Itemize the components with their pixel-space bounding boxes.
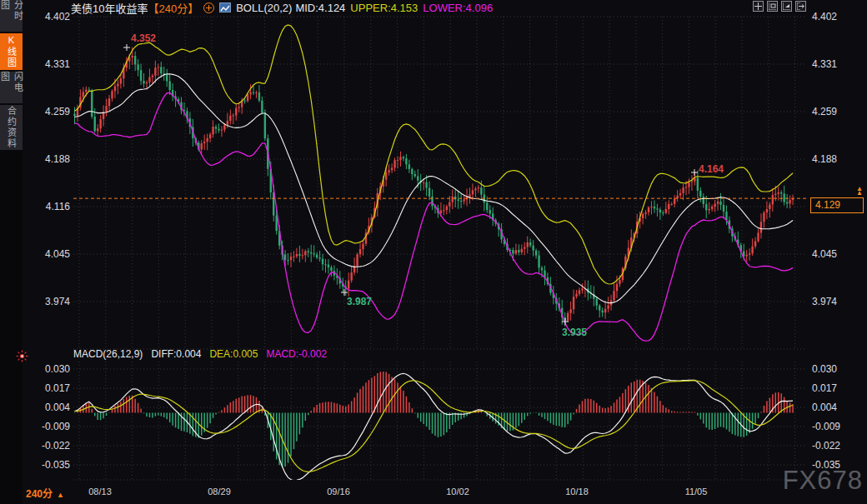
boll-label: BOLL(20,2) <box>236 2 292 14</box>
macd-axis-label-left: 0.004 <box>25 402 70 413</box>
macd-header: MACD(26,12,9) DIFF:0.004 DEA:0.005 MACD:… <box>73 348 327 360</box>
chart-header: 美债10年收益率【240分】 BOLL(20,2)MID:4.124 UPPER… <box>71 1 493 14</box>
chart-toolbar <box>753 1 806 12</box>
macd-hist-value: MACD:-0.002 <box>266 348 327 360</box>
macd-axis-label-left: 0.030 <box>25 363 70 375</box>
price-axis-label-left: 4.188 <box>25 153 70 165</box>
pane-layout-icon[interactable] <box>767 1 778 12</box>
date-axis-label: 08/29 <box>201 487 238 497</box>
price-axis-label-left: 4.116 <box>25 201 70 212</box>
mini-chart-icon[interactable] <box>219 2 231 12</box>
price-axis-label-left: 4.402 <box>25 11 70 22</box>
timeframe-selector[interactable]: 240分▲ <box>26 486 64 500</box>
date-axis-label: 09/16 <box>320 487 357 497</box>
low-price-label: 3.935 <box>562 327 587 338</box>
sidebar-tab-lightning[interactable]: 闪电图 <box>0 72 23 103</box>
high-price-label: 4.164 <box>699 163 724 175</box>
high-price-label: 4.352 <box>131 32 156 44</box>
price-axis-label-left: 4.045 <box>25 248 70 260</box>
symbol-title: 美债10年收益率 <box>71 0 148 16</box>
sidebar-tab-contract-info[interactable]: 合约资料 <box>0 105 23 150</box>
price-axis-label-right: 4.402 <box>812 11 837 22</box>
sidebar-tab-timeline[interactable]: 分时图 <box>0 0 23 32</box>
macd-axis-label-right: 0.004 <box>812 402 837 413</box>
macd-axis-label-left: 0.017 <box>25 382 70 394</box>
macd-diff-value: DIFF:0.004 <box>151 348 201 360</box>
date-axis-label: 08/13 <box>82 487 118 497</box>
macd-axis-label-right: -0.022 <box>812 440 840 452</box>
macd-axis-label-right: 0.030 <box>812 363 837 375</box>
low-price-label: 3.987 <box>347 296 372 307</box>
price-axis-label-right: 4.188 <box>812 153 837 165</box>
indicator-settings-icon[interactable] <box>16 350 28 362</box>
price-axis-label-left: 4.331 <box>25 58 70 70</box>
price-axis-label-left: 3.974 <box>25 296 70 307</box>
macd-axis-label-right: -0.009 <box>812 421 840 432</box>
crosshair-icon[interactable] <box>753 1 764 12</box>
sidebar-tab-kline[interactable]: K线图 <box>0 33 23 70</box>
price-axis-label-right: 4.331 <box>812 58 837 70</box>
macd-axis-label-left: -0.022 <box>25 440 70 452</box>
macd-axis-label-left: -0.009 <box>25 421 70 432</box>
current-price-box: 4.129 <box>810 197 864 213</box>
main-chart-canvas[interactable] <box>0 0 867 504</box>
time-axis-bar: 240分▲ 08/1308/2909/1610/0210/1811/05 <box>23 482 867 504</box>
date-axis-label: 10/02 <box>439 487 476 497</box>
date-axis-label: 10/18 <box>559 487 595 497</box>
price-axis-label-right: 4.259 <box>812 106 837 117</box>
macd-label: MACD(26,12,9) <box>73 348 143 360</box>
price-axis-label-right: 4.045 <box>812 248 837 260</box>
macd-dea-value: DEA:0.005 <box>209 348 258 360</box>
price-axis-label-left: 4.259 <box>25 106 70 117</box>
boll-lower-value: LOWER:4.096 <box>423 2 493 14</box>
boll-mid-value: MID:4.124 <box>295 2 345 14</box>
macd-axis-label-right: 0.017 <box>812 382 837 394</box>
sidebar: 分时图 K线图 闪电图 合约资料 <box>0 0 23 504</box>
app-root: 分时图 K线图 闪电图 合约资料 美债10年收益率【240分】 BOLL(20,… <box>0 0 867 504</box>
timeframe-arrow-icon: ▲ <box>57 491 64 499</box>
pane-layout-alt-icon[interactable] <box>781 1 792 12</box>
add-indicator-icon[interactable] <box>203 2 214 13</box>
boll-upper-value: UPPER:4.153 <box>350 2 418 14</box>
macd-axis-label-right: -0.035 <box>812 459 840 471</box>
export-icon[interactable] <box>795 1 806 12</box>
interval-tag: 【240分】 <box>148 0 198 16</box>
price-up-arrow-icon: ▲▲ <box>854 187 865 197</box>
macd-axis-label-left: -0.035 <box>25 459 70 471</box>
date-axis-label: 11/05 <box>678 487 714 497</box>
price-axis-label-right: 3.974 <box>812 296 837 307</box>
